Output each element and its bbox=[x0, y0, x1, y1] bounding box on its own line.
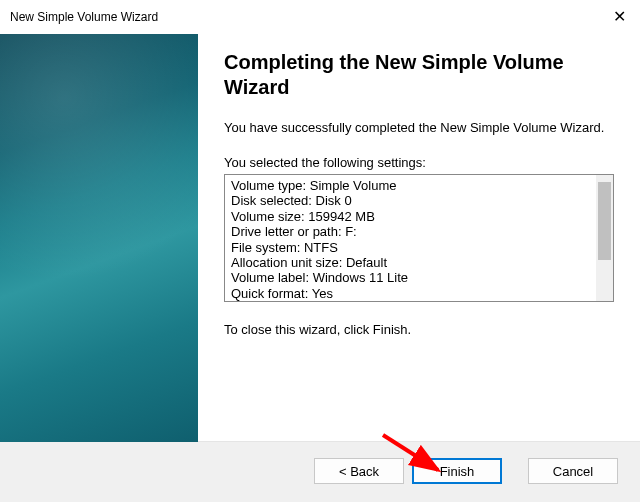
close-icon[interactable]: ✕ bbox=[586, 9, 626, 25]
closing-message: To close this wizard, click Finish. bbox=[224, 322, 618, 337]
settings-listbox[interactable]: Volume type: Simple Volume Disk selected… bbox=[224, 174, 614, 302]
settings-label: You selected the following settings: bbox=[224, 155, 618, 170]
button-bar: < Back Finish Cancel bbox=[0, 442, 640, 500]
settings-lines: Volume type: Simple Volume Disk selected… bbox=[225, 175, 613, 302]
titlebar: New Simple Volume Wizard ✕ bbox=[0, 0, 640, 34]
back-button[interactable]: < Back bbox=[314, 458, 404, 484]
scrollbar-thumb[interactable] bbox=[598, 182, 611, 260]
page-title: Completing the New Simple Volume Wizard bbox=[224, 50, 618, 100]
window-title: New Simple Volume Wizard bbox=[10, 10, 158, 24]
success-message: You have successfully completed the New … bbox=[224, 120, 618, 137]
wizard-body: Completing the New Simple Volume Wizard … bbox=[0, 34, 640, 442]
finish-button[interactable]: Finish bbox=[412, 458, 502, 484]
wizard-side-graphic bbox=[0, 34, 198, 442]
scrollbar-track[interactable] bbox=[596, 175, 613, 301]
cancel-button[interactable]: Cancel bbox=[528, 458, 618, 484]
wizard-content: Completing the New Simple Volume Wizard … bbox=[198, 34, 640, 441]
